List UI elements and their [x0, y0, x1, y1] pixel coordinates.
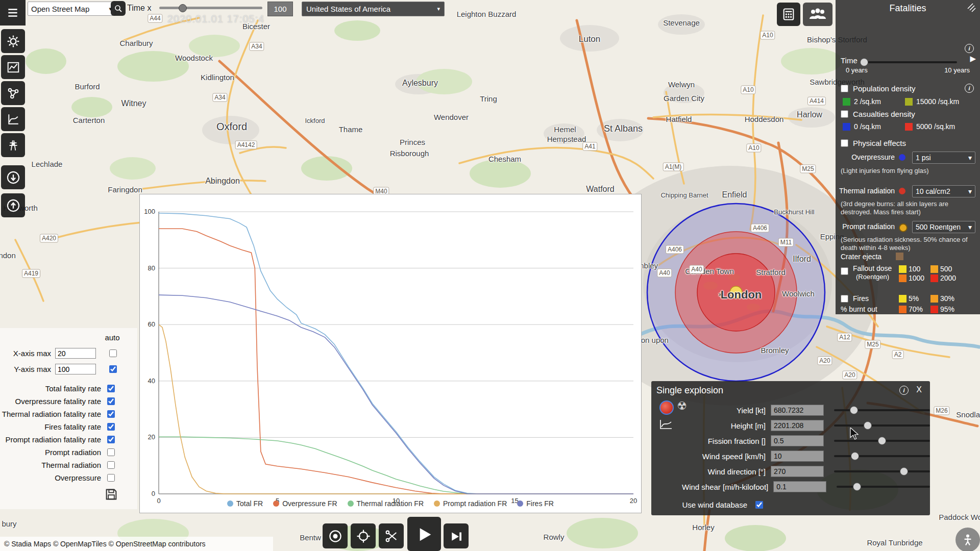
network-button[interactable] — [1, 81, 25, 105]
explosion-field-slider-thumb[interactable] — [851, 452, 859, 460]
download-button[interactable] — [1, 165, 25, 189]
axis-max-input[interactable] — [55, 364, 96, 374]
accessibility-button[interactable] — [955, 528, 980, 551]
fires-swatch-label: 5% — [909, 294, 919, 303]
explosion-field-slider[interactable] — [834, 420, 930, 431]
scissors-icon — [384, 529, 399, 543]
menu-button[interactable] — [0, 0, 26, 26]
map-style-select[interactable]: Open Street Map ▾ — [28, 2, 115, 16]
chart-window-button[interactable] — [1, 55, 25, 79]
series-toggle-checkbox[interactable] — [107, 436, 115, 443]
play-button[interactable] — [407, 517, 441, 551]
series-toggle-checkbox[interactable] — [107, 397, 115, 405]
fires-checkbox[interactable] — [841, 295, 848, 303]
fires-swatch — [930, 306, 938, 313]
svg-text:80: 80 — [148, 264, 155, 272]
trim-button[interactable] — [379, 523, 404, 548]
search-button[interactable] — [111, 1, 126, 16]
prompt-select[interactable]: 500 Roentgen▾ — [912, 221, 975, 233]
overpressure-note: (Light injuries from flying glas) — [841, 167, 973, 175]
info-icon[interactable]: i — [899, 386, 909, 395]
axis-auto-checkbox[interactable] — [109, 365, 117, 373]
country-select[interactable]: United States of America ▾ — [302, 2, 445, 16]
info-icon[interactable]: i — [965, 44, 974, 53]
record-button[interactable] — [323, 523, 348, 548]
explosion-field-slider-thumb[interactable] — [900, 467, 908, 475]
explosion-field-input[interactable] — [771, 466, 824, 477]
map-label: Wendover — [434, 113, 469, 121]
explosion-field-input[interactable] — [771, 435, 824, 446]
app-root: Leighton BuzzardStevenageBicesterCharlbu… — [0, 0, 980, 551]
axis-max-input[interactable] — [55, 348, 96, 359]
center-target-button[interactable] — [351, 523, 376, 548]
series-toggle-label: Thermal radiation — [0, 461, 101, 469]
series-toggle-checkbox[interactable] — [107, 461, 115, 469]
time-multiplier-slider[interactable] — [159, 7, 262, 9]
settings-button[interactable] — [1, 29, 25, 53]
close-icon[interactable]: X — [916, 385, 922, 394]
axis-auto-checkbox[interactable] — [109, 349, 117, 357]
thermal-select[interactable]: 10 cal/cm2▾ — [912, 185, 975, 197]
explosion-field-slider-thumb[interactable] — [850, 406, 858, 414]
series-toggle-label: Thermal radiation fatality rate — [0, 410, 101, 418]
wind-db-checkbox[interactable] — [755, 501, 763, 509]
map-label: Snodland — [956, 410, 980, 419]
series-toggle-checkbox[interactable] — [107, 474, 115, 482]
explosion-field-slider[interactable] — [834, 466, 930, 477]
series-toggle-row: Overpressure — [0, 471, 137, 484]
calculator-button[interactable] — [777, 3, 800, 26]
explosion-field-input[interactable] — [771, 450, 824, 462]
density-swatch — [905, 123, 913, 131]
explosion-field-slider-thumb[interactable] — [878, 437, 886, 445]
play-time-icon[interactable]: ▶ — [970, 54, 976, 63]
explosion-field-slider-thumb[interactable] — [853, 483, 861, 491]
population-button[interactable] — [803, 3, 832, 26]
series-toggle-checkbox[interactable] — [107, 423, 115, 431]
explosion-field-input[interactable] — [771, 405, 824, 416]
infrastructure-button[interactable] — [1, 133, 25, 157]
explosion-chart-button[interactable] — [659, 419, 673, 432]
explosion-field-slider[interactable] — [834, 451, 930, 461]
casualties-density-checkbox[interactable] — [841, 110, 848, 118]
fallout-checkbox[interactable] — [841, 267, 848, 275]
road-shield: A10 — [746, 144, 761, 153]
save-chart-button[interactable] — [104, 487, 118, 504]
explosion-field-input[interactable] — [773, 481, 826, 492]
population-density-checkbox[interactable] — [841, 85, 848, 92]
physical-effects-checkbox[interactable] — [841, 139, 848, 147]
legend-item: Thermal radiation FR — [348, 499, 424, 508]
explosion-field-slider[interactable] — [834, 436, 930, 446]
map-label: Hemel — [554, 125, 576, 134]
explosion-source-button[interactable] — [659, 400, 674, 415]
road-shield: A44 — [148, 14, 162, 23]
explosion-field-input[interactable] — [771, 420, 824, 431]
map-label: Carterton — [73, 116, 105, 124]
fallout-swatch — [899, 274, 906, 282]
explosion-field-slider-thumb[interactable] — [864, 421, 872, 430]
skip-button[interactable] — [444, 523, 469, 548]
series-toggle-checkbox[interactable] — [107, 410, 115, 418]
wind-layers-icon[interactable] — [966, 2, 976, 14]
fatalities-time-slider-thumb[interactable] — [860, 58, 868, 66]
burnt-out-label: % burnt out — [841, 305, 877, 313]
fatality-chart: 02040608010005101520 — [140, 194, 641, 513]
density-swatch-label: 5000 /sq.km — [916, 122, 955, 131]
spline-chart-button[interactable] — [1, 107, 25, 131]
accessibility-icon — [961, 533, 975, 547]
info-icon[interactable]: i — [965, 84, 974, 93]
explosion-field-slider[interactable] — [837, 482, 930, 492]
time-max-label: 10 years — [944, 66, 970, 74]
explosion-field-label: Height [m] — [682, 421, 766, 430]
upload-button[interactable] — [1, 193, 25, 217]
explosion-field-slider[interactable] — [834, 405, 930, 415]
map-label: Chesham — [488, 155, 521, 163]
thermal-value: 10 cal/cm2 — [916, 187, 950, 195]
series-toggle-checkbox[interactable] — [107, 448, 115, 456]
series-toggle-checkbox[interactable] — [107, 385, 115, 392]
fatalities-time-slider[interactable] — [860, 61, 957, 63]
legend-label: Fires FR — [526, 499, 554, 508]
overpressure-select[interactable]: 1 psi▾ — [912, 152, 975, 164]
time-multiplier-slider-thumb[interactable] — [179, 4, 187, 12]
radiation-icon[interactable]: ☢ — [677, 399, 687, 413]
time-multiplier-input[interactable] — [267, 2, 293, 16]
